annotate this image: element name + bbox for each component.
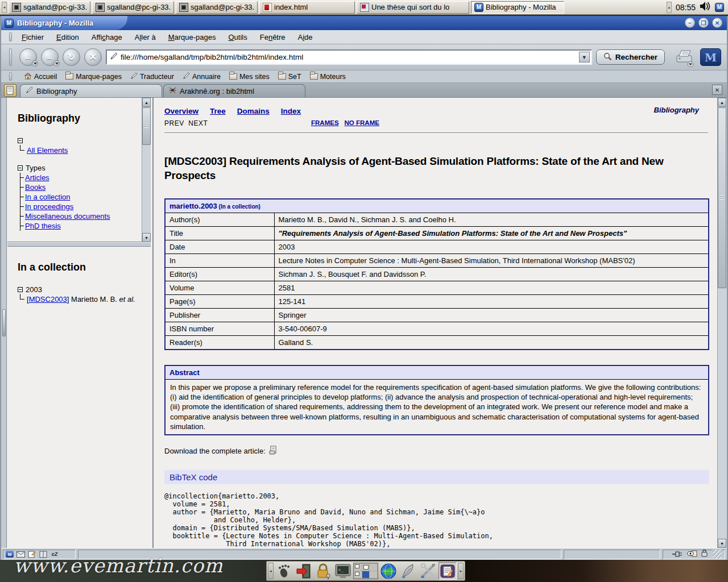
sidebar-link-inacollection[interactable]: In a collection: [25, 193, 71, 201]
workspace-cell-active[interactable]: [362, 571, 370, 578]
search-button[interactable]: Rechercher: [596, 49, 665, 65]
tree-expander-icon[interactable]: [18, 165, 23, 171]
scroll-down-icon[interactable]: ▼: [718, 539, 726, 548]
bookmark-page-icon[interactable]: [4, 84, 16, 97]
collection-entry-link[interactable]: MDSC2003: [29, 295, 67, 304]
speaker-icon[interactable]: [700, 1, 711, 14]
back-button[interactable]: ←: [19, 48, 37, 66]
online-plug-icon[interactable]: [672, 549, 684, 559]
tab-arakhnorgbib2html[interactable]: Arakhnê.org : bib2html: [163, 84, 305, 97]
taskbar-window-button[interactable]: index.html: [259, 1, 355, 14]
personal-toolbar-annuaire[interactable]: Annuaire: [183, 72, 221, 81]
url-dropdown-button[interactable]: ▼: [579, 52, 590, 63]
nav-link-domains[interactable]: Domains: [237, 107, 270, 115]
workspace-cell[interactable]: [354, 571, 362, 578]
toolbar-grippy[interactable]: [9, 72, 12, 81]
panel-hide-right[interactable]: ▸: [458, 563, 464, 579]
personal-toolbar-marquepages[interactable]: Marque-pages: [65, 72, 122, 81]
resize-grip[interactable]: [713, 550, 722, 559]
taskbar-window-button[interactable]: MBibliography - Mozilla: [471, 1, 564, 14]
menu-marquepages[interactable]: Marque-pages: [162, 31, 222, 43]
tab-bibliography[interactable]: Bibliography: [20, 84, 162, 97]
workspace-cell[interactable]: [362, 564, 370, 571]
personal-toolbar-label: Accueil: [34, 73, 57, 81]
next-link[interactable]: NEXT: [188, 119, 208, 127]
nav-link-tree[interactable]: Tree: [210, 107, 226, 115]
sidebar-link-phdthesis[interactable]: PhD thesis: [25, 222, 61, 230]
maximize-button[interactable]: ❐: [698, 18, 709, 28]
menu-aide[interactable]: Aide: [292, 31, 319, 43]
scroll-up-icon[interactable]: ▲: [718, 98, 726, 107]
workspace-cell[interactable]: [370, 564, 377, 571]
tree-expander-icon[interactable]: [18, 287, 23, 292]
menu-affichage[interactable]: Affichage: [85, 31, 129, 43]
navigator-icon[interactable]: M: [6, 551, 14, 558]
entry-row-label: Editor(s): [165, 268, 274, 281]
stop-button[interactable]: ✕: [84, 48, 102, 66]
menu-fentre[interactable]: Fenêtre: [254, 31, 292, 43]
settings-tools-icon[interactable]: [419, 562, 437, 580]
logout-icon[interactable]: [294, 562, 313, 580]
mozilla-tray-icon[interactable]: M: [715, 3, 724, 12]
reload-button[interactable]: ↻: [63, 48, 80, 66]
toolbar-grippy[interactable]: [9, 48, 12, 66]
scrollbar-thumb[interactable]: [142, 107, 151, 145]
security-lock-icon[interactable]: [701, 549, 708, 559]
sidebar-splitter[interactable]: [1, 98, 7, 548]
frames-link[interactable]: FRAMES: [311, 119, 339, 126]
personal-toolbar-accueil[interactable]: Accueil: [24, 72, 57, 81]
personal-toolbar-set[interactable]: SeT: [278, 72, 301, 81]
url-input[interactable]: [121, 52, 576, 63]
web-browser-icon[interactable]: [379, 562, 398, 580]
toolbar-grippy[interactable]: [9, 32, 12, 42]
window-titlebar[interactable]: M Bibliography - Mozilla − ❐ ✕: [1, 16, 727, 30]
quill-pen-icon[interactable]: [399, 562, 418, 580]
sidebar-link-all-elements[interactable]: All Elements: [27, 146, 68, 155]
personal-toolbar-traducteur[interactable]: Traducteur: [130, 72, 174, 81]
taskbar-window-button[interactable]: sgalland@pc-gi-33.utbn: [92, 1, 174, 14]
mozilla-logo-button[interactable]: M: [700, 48, 721, 66]
forward-button[interactable]: →: [41, 48, 59, 66]
menu-edition[interactable]: Edition: [50, 31, 85, 43]
print-button[interactable]: [673, 48, 696, 67]
lock-screen-icon[interactable]: [314, 562, 333, 580]
cookie-eye-icon[interactable]: [687, 549, 697, 559]
gnome-menu-icon[interactable]: [275, 562, 293, 580]
sidebar-link-miscellaneousdocuments[interactable]: Miscellaneous documents: [25, 212, 110, 221]
forward-dropdown[interactable]: [53, 60, 60, 66]
taskbar-scroll-left-button[interactable]: ◂: [2, 2, 7, 13]
sidebar-link-articles[interactable]: Articles: [25, 173, 49, 182]
tray-handle[interactable]: ▴: [667, 2, 672, 13]
back-dropdown[interactable]: [32, 60, 38, 66]
panel-hide-left[interactable]: ◂: [268, 563, 274, 579]
sidebar-link-books[interactable]: Books: [25, 183, 46, 192]
scroll-down-icon[interactable]: ▼: [142, 233, 151, 242]
workspace-switcher[interactable]: [353, 563, 378, 579]
personal-toolbar-messites[interactable]: Mes sites: [229, 72, 270, 81]
folder-icon: [278, 73, 286, 80]
nav-link-overview[interactable]: Overview: [164, 107, 198, 115]
notes-editor-icon[interactable]: [439, 562, 457, 580]
scrollbar-thumb[interactable]: [718, 107, 726, 288]
nav-link-index[interactable]: Index: [281, 107, 301, 115]
prev-link[interactable]: PREV: [164, 119, 184, 127]
personal-toolbar-moteurs[interactable]: Moteurs: [310, 72, 346, 81]
workspace-cell[interactable]: [370, 571, 377, 578]
sidebar-horizontal-splitter[interactable]: [7, 242, 151, 247]
taskbar-window-button[interactable]: sgalland@pc-gi-33.utbn: [176, 1, 258, 14]
taskbar-window-button[interactable]: sgalland@pc-gi-33.utbn: [9, 1, 90, 14]
scroll-up-icon[interactable]: ▲: [142, 98, 151, 107]
menu-aller[interactable]: Aller à: [129, 31, 162, 43]
menu-fichier[interactable]: Fichier: [15, 31, 50, 43]
close-button[interactable]: ✕: [712, 18, 722, 28]
tree-expander-icon[interactable]: [18, 138, 23, 143]
sidebar-link-inproceedings[interactable]: In proceedings: [25, 202, 73, 211]
tab-close-icon[interactable]: ✕: [712, 85, 722, 95]
menu-outils[interactable]: Outils: [222, 31, 253, 43]
download-article-icon[interactable]: [269, 446, 278, 456]
minimize-button[interactable]: −: [685, 18, 695, 28]
terminal-launcher-icon[interactable]: >_: [333, 562, 352, 580]
taskbar-window-button[interactable]: Une thèse qui sort du lo: [357, 1, 469, 14]
workspace-cell[interactable]: [354, 564, 362, 571]
noframe-link[interactable]: NO FRAME: [345, 119, 379, 126]
